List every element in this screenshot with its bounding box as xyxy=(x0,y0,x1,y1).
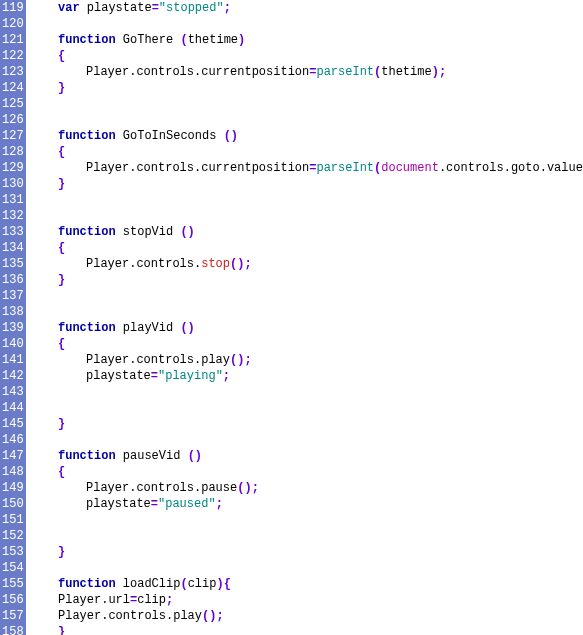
line-number: 123 xyxy=(2,64,22,80)
code-line: { xyxy=(30,336,583,352)
line-number: 133 xyxy=(2,224,22,240)
code-line: Player.url=clip; xyxy=(30,592,583,608)
line-number: 150 xyxy=(2,496,22,512)
code-token: () xyxy=(180,321,194,335)
code-token: Player.controls.play xyxy=(86,353,230,367)
line-number: 146 xyxy=(2,432,22,448)
line-number: 142 xyxy=(2,368,22,384)
line-number: 158 xyxy=(2,624,22,635)
line-number: 156 xyxy=(2,592,22,608)
code-token: Player.controls.currentposition xyxy=(86,65,309,79)
line-number: 130 xyxy=(2,176,22,192)
line-number: 131 xyxy=(2,192,22,208)
code-token: } xyxy=(58,273,65,287)
code-area: var playstate="stopped";function GoThere… xyxy=(26,0,583,635)
code-token: GoThere xyxy=(123,33,181,47)
line-number: 124 xyxy=(2,80,22,96)
code-token: thetime xyxy=(381,65,431,79)
code-line xyxy=(30,192,583,208)
code-token: "playing" xyxy=(158,369,223,383)
code-token: function xyxy=(58,321,123,335)
line-number: 125 xyxy=(2,96,22,112)
code-token: ; xyxy=(216,609,223,623)
code-token: } xyxy=(58,545,65,559)
code-line: var playstate="stopped"; xyxy=(30,0,583,16)
code-token: () xyxy=(230,257,244,271)
code-token: Player.controls.pause xyxy=(86,481,237,495)
code-token: clip xyxy=(137,593,166,607)
code-line: } xyxy=(30,624,583,635)
line-number: 145 xyxy=(2,416,22,432)
code-token: playstate xyxy=(87,1,152,15)
code-token: ( xyxy=(180,33,187,47)
code-token: ) xyxy=(432,65,439,79)
code-token: ; xyxy=(244,257,251,271)
code-line: { xyxy=(30,48,583,64)
code-token: () xyxy=(230,353,244,367)
code-token: playstate xyxy=(86,497,151,511)
code-line: Player.controls.stop(); xyxy=(30,256,583,272)
code-line: playstate="paused"; xyxy=(30,496,583,512)
code-token: document xyxy=(381,161,439,175)
code-token: ) xyxy=(238,33,245,47)
code-token: () xyxy=(224,129,238,143)
line-number: 157 xyxy=(2,608,22,624)
code-token: { xyxy=(58,145,65,159)
code-token: Player.url xyxy=(58,593,130,607)
code-line: { xyxy=(30,464,583,480)
code-token: () xyxy=(202,609,216,623)
line-number: 152 xyxy=(2,528,22,544)
code-token: ; xyxy=(166,593,173,607)
code-token: parseInt xyxy=(316,161,374,175)
code-token: function xyxy=(58,33,123,47)
code-line xyxy=(30,432,583,448)
code-token: { xyxy=(58,337,65,351)
line-number: 128 xyxy=(2,144,22,160)
code-token: } xyxy=(58,81,65,95)
code-token: stop xyxy=(201,257,230,271)
line-number: 135 xyxy=(2,256,22,272)
code-token: function xyxy=(58,129,123,143)
code-token: { xyxy=(224,577,231,591)
code-line: } xyxy=(30,544,583,560)
code-token: { xyxy=(58,241,65,255)
code-token: .controls.goto.value xyxy=(439,161,583,175)
code-line xyxy=(30,112,583,128)
code-token: { xyxy=(58,49,65,63)
code-token: ; xyxy=(252,481,259,495)
line-number: 134 xyxy=(2,240,22,256)
code-token: Player.controls.play xyxy=(58,609,202,623)
code-line xyxy=(30,528,583,544)
code-token: ) xyxy=(216,577,223,591)
line-number: 147 xyxy=(2,448,22,464)
code-token: loadClip xyxy=(123,577,181,591)
code-line xyxy=(30,16,583,32)
line-number: 140 xyxy=(2,336,22,352)
code-token: } xyxy=(58,177,65,191)
code-token: () xyxy=(188,449,202,463)
line-number: 155 xyxy=(2,576,22,592)
code-token: ( xyxy=(180,577,187,591)
code-token: ; xyxy=(216,497,223,511)
code-token: ; xyxy=(244,353,251,367)
code-token: = xyxy=(152,1,159,15)
code-token: function xyxy=(58,225,123,239)
code-token: var xyxy=(58,1,87,15)
code-token: GoToInSeconds xyxy=(123,129,224,143)
line-number: 143 xyxy=(2,384,22,400)
code-line: function GoThere (thetime) xyxy=(30,32,583,48)
line-number: 119 xyxy=(2,0,22,16)
code-token: "stopped" xyxy=(159,1,224,15)
code-line xyxy=(30,288,583,304)
code-token: () xyxy=(237,481,251,495)
code-line: } xyxy=(30,272,583,288)
code-token: playstate xyxy=(86,369,151,383)
code-line: { xyxy=(30,240,583,256)
code-token: function xyxy=(58,577,123,591)
code-line: } xyxy=(30,416,583,432)
line-number: 141 xyxy=(2,352,22,368)
line-number: 153 xyxy=(2,544,22,560)
line-number: 154 xyxy=(2,560,22,576)
code-line xyxy=(30,96,583,112)
code-token: { xyxy=(58,465,65,479)
